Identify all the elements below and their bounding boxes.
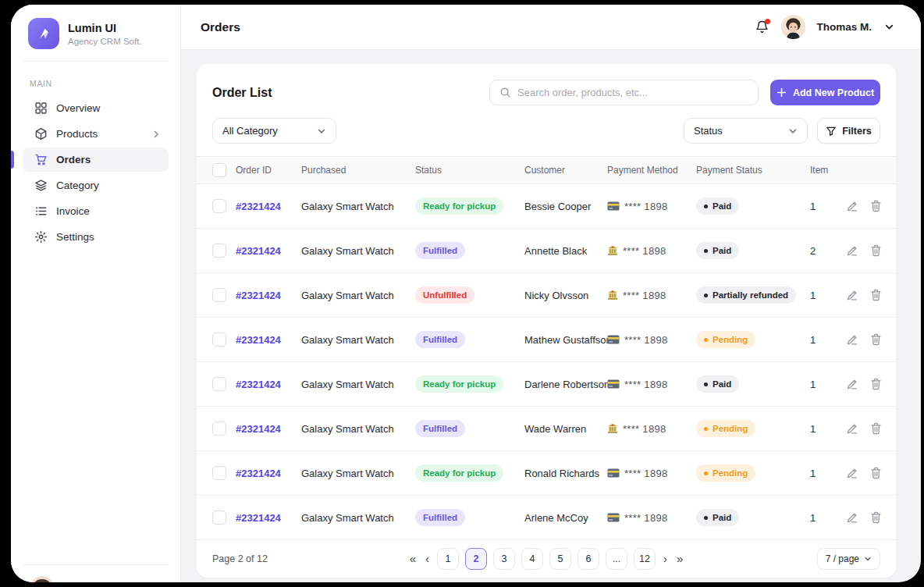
order-id-link[interactable]: #2321424: [236, 290, 301, 301]
delete-button[interactable]: [870, 422, 882, 435]
edit-button[interactable]: [846, 511, 858, 524]
sidebar-item-category[interactable]: Category: [23, 173, 169, 197]
delete-button[interactable]: [870, 467, 882, 479]
status-badge: Fulfilled: [415, 420, 465, 437]
order-id-link[interactable]: #2321424: [236, 334, 301, 346]
row-checkbox[interactable]: [212, 333, 226, 347]
sidebar-item-label: Category: [56, 180, 99, 191]
page-size-select[interactable]: 7 / page: [817, 548, 880, 570]
sidebar-item-label: Invoice: [56, 205, 90, 217]
status-badge: Fulfilled: [415, 331, 465, 348]
page-button[interactable]: 4: [521, 548, 543, 570]
add-new-product-button[interactable]: Add New Product: [770, 80, 880, 105]
chevron-down-icon: [864, 555, 872, 563]
select-all-checkbox[interactable]: [212, 163, 226, 177]
chevron-down-icon[interactable]: [884, 22, 894, 32]
sidebar-section-label: MAIN: [11, 62, 180, 96]
search-input[interactable]: [517, 87, 748, 98]
credit-card-icon: [607, 379, 620, 389]
pagination: Page 2 of 12 « ‹ 1 2 3 4 5 6 ... 12 › »: [197, 540, 896, 577]
table-row: #2321424 Galaxy Smart Watch Fulfilled Ma…: [197, 318, 896, 362]
payment-method-cell: **** 1898: [607, 423, 696, 435]
row-checkbox[interactable]: [212, 288, 226, 302]
edit-button[interactable]: [846, 244, 858, 257]
row-checkbox[interactable]: [212, 422, 226, 436]
page-button[interactable]: 5: [549, 548, 571, 570]
order-id-link[interactable]: #2321424: [236, 423, 301, 435]
next-page-button[interactable]: ›: [662, 552, 669, 565]
edit-button[interactable]: [846, 289, 858, 301]
delete-button[interactable]: [870, 333, 882, 346]
item-count-cell: 1: [810, 468, 846, 479]
user-avatar[interactable]: [781, 15, 805, 39]
delete-button[interactable]: [870, 289, 882, 301]
filters-button[interactable]: Filters: [817, 118, 880, 144]
row-checkbox[interactable]: [212, 244, 226, 258]
page-button[interactable]: 12: [634, 548, 656, 570]
sidebar-item-overview[interactable]: Overview: [23, 96, 169, 120]
chevron-down-icon: [788, 126, 798, 136]
notifications-button[interactable]: [753, 19, 770, 36]
row-checkbox[interactable]: [212, 377, 226, 391]
page-button[interactable]: 3: [493, 548, 515, 570]
page-button[interactable]: 6: [578, 548, 599, 570]
col-header: Item: [810, 165, 846, 176]
row-checkbox[interactable]: [212, 511, 226, 525]
topbar: Orders Thomas M.: [181, 5, 921, 50]
sidebar: Lumin UI Agency CRM Soft. MAIN Overview …: [11, 5, 181, 582]
edit-button[interactable]: [846, 378, 858, 390]
last-page-button[interactable]: »: [675, 552, 684, 565]
page-ellipsis[interactable]: ...: [606, 548, 627, 570]
delete-button[interactable]: [870, 244, 882, 257]
edit-button[interactable]: [846, 200, 858, 212]
search-box: [489, 80, 759, 105]
table-row: #2321424 Galaxy Smart Watch Unfulfilled …: [197, 273, 896, 318]
customer-cell: Bessie Cooper: [524, 201, 607, 212]
order-id-link[interactable]: #2321424: [236, 468, 301, 479]
sidebar-footer: [11, 564, 180, 582]
order-id-link[interactable]: #2321424: [236, 379, 301, 390]
customer-cell: Mathew Gustaffson: [524, 334, 607, 346]
order-id-link[interactable]: #2321424: [236, 201, 301, 212]
edit-button[interactable]: [846, 467, 858, 479]
page-button[interactable]: 1: [437, 548, 459, 570]
bank-icon: [607, 290, 618, 301]
col-header: Purchased: [301, 165, 415, 176]
delete-button[interactable]: [870, 378, 882, 390]
order-id-link[interactable]: #2321424: [236, 512, 301, 524]
sidebar-item-label: Orders: [56, 154, 91, 165]
edit-button[interactable]: [846, 333, 858, 346]
delete-button[interactable]: [870, 200, 882, 212]
first-page-button[interactable]: «: [408, 552, 418, 565]
prev-page-button[interactable]: ‹: [424, 552, 431, 565]
sidebar-user-avatar[interactable]: [30, 576, 55, 582]
sidebar-item-invoice[interactable]: Invoice: [23, 199, 169, 223]
order-id-link[interactable]: #2321424: [236, 245, 301, 257]
payment-method-cell: **** 1898: [607, 468, 696, 479]
main-area: Orders Thomas M. Order List: [181, 5, 921, 582]
edit-button[interactable]: [846, 422, 858, 435]
customer-cell: Darlene Robertson: [524, 379, 607, 390]
status-badge: Ready for pickup: [415, 375, 503, 393]
col-header: Status: [415, 165, 524, 176]
table-row: #2321424 Galaxy Smart Watch Fulfilled An…: [197, 229, 896, 273]
page-summary: Page 2 of 12: [212, 553, 361, 564]
brand-name: Lumin UI: [68, 22, 142, 34]
table-row: #2321424 Galaxy Smart Watch Ready for pi…: [197, 362, 896, 407]
card-title: Order List: [212, 86, 272, 100]
sidebar-item-settings[interactable]: Settings: [23, 225, 169, 249]
plus-icon: [777, 87, 787, 98]
status-select[interactable]: Status: [684, 118, 808, 144]
category-select[interactable]: All Category: [212, 118, 336, 144]
sidebar-item-orders[interactable]: Orders: [23, 148, 169, 172]
table-row: #2321424 Galaxy Smart Watch Fulfilled Wa…: [197, 407, 896, 451]
brand-tagline: Agency CRM Soft.: [68, 37, 142, 46]
payment-method-cell: **** 1898: [607, 379, 696, 390]
row-checkbox[interactable]: [212, 199, 226, 213]
grid-icon: [34, 101, 48, 116]
delete-button[interactable]: [870, 511, 882, 524]
row-checkbox[interactable]: [212, 466, 226, 480]
col-header: Payment Status: [696, 165, 810, 176]
sidebar-item-products[interactable]: Products: [23, 122, 169, 146]
page-button-active[interactable]: 2: [465, 548, 487, 570]
